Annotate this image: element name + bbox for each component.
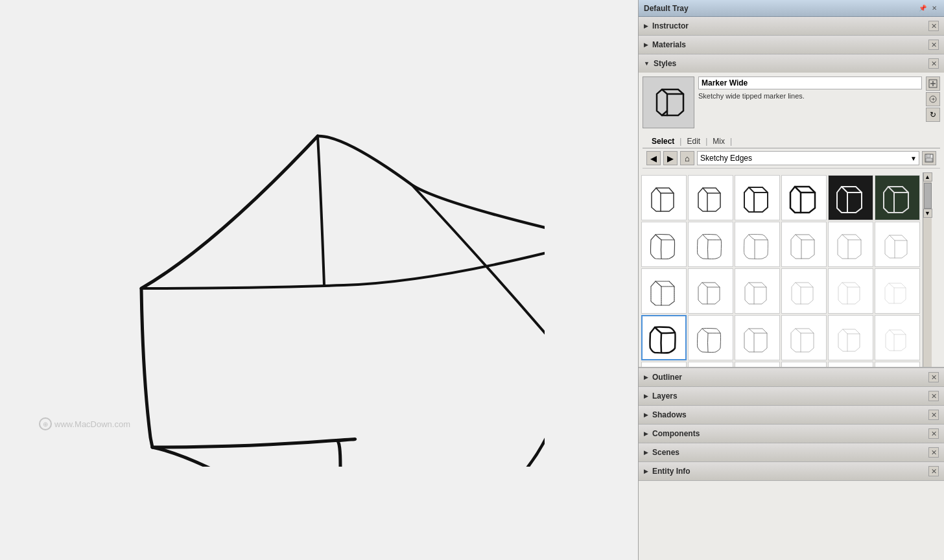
thumb-6[interactable] <box>875 175 920 220</box>
canvas-area: ⊕ www.MacDown.com <box>0 0 638 560</box>
thumb-icon-16 <box>786 274 822 309</box>
layers-title: Layers <box>652 391 678 401</box>
styles-dropdown-wrapper: Sketchy Edges Default Styles Assorted St… <box>697 151 919 165</box>
grid-scrollbar[interactable]: ▲ ▼ <box>923 172 932 367</box>
layers-close[interactable]: ✕ <box>928 391 939 401</box>
thumb-18[interactable] <box>875 268 920 314</box>
section-shadows-header[interactable]: ▶ Shadows ✕ <box>639 406 944 424</box>
materials-close[interactable]: ✕ <box>928 40 939 50</box>
styles-save-btn[interactable] <box>922 151 936 165</box>
style-refresh-btn[interactable]: ↻ <box>926 108 940 122</box>
nav-back-btn[interactable]: ◀ <box>646 151 661 165</box>
thumb-22[interactable] <box>781 315 827 360</box>
thumb-9[interactable] <box>735 222 780 267</box>
section-layers: ▶ Layers ✕ <box>639 387 944 406</box>
thumb-29[interactable] <box>828 362 873 367</box>
thumb-icon-26 <box>693 367 729 368</box>
watermark-text: www.MacDown.com <box>54 419 130 429</box>
tray-title-bar: Default Tray 📌 ✕ <box>639 0 944 17</box>
thumb-5[interactable] <box>828 175 873 220</box>
thumb-15[interactable] <box>735 268 780 314</box>
section-materials: ▶ Materials ✕ <box>639 36 944 54</box>
section-instructor-header[interactable]: ▶ Instructor ✕ <box>639 17 944 35</box>
outliner-close[interactable]: ✕ <box>928 372 939 382</box>
section-outliner-header[interactable]: ▶ Outliner ✕ <box>639 368 944 386</box>
nav-home-btn[interactable]: ⌂ <box>680 151 694 165</box>
thumb-20[interactable] <box>688 315 733 360</box>
shadows-close[interactable]: ✕ <box>928 410 939 420</box>
nav-forward-btn[interactable]: ▶ <box>663 151 678 165</box>
thumb-icon-28 <box>786 367 822 368</box>
section-styles-header[interactable]: ▼ Styles ✕ <box>639 54 944 73</box>
tray-pin-icon[interactable]: 📌 <box>918 4 927 13</box>
thumb-12[interactable] <box>875 222 920 267</box>
watermark: ⊕ www.MacDown.com <box>39 417 130 430</box>
thumb-icon-22 <box>786 320 822 356</box>
style-update-btn[interactable] <box>926 92 940 106</box>
thumb-2[interactable] <box>688 175 733 220</box>
section-shadows: ▶ Shadows ✕ <box>639 406 944 425</box>
style-new-btn[interactable] <box>926 76 940 91</box>
thumb-24[interactable] <box>875 315 920 360</box>
thumb-3[interactable] <box>735 175 780 220</box>
styles-nav-bar: ◀ ▶ ⌂ Sketchy Edges Default Styles Assor… <box>643 148 940 169</box>
thumb-21[interactable] <box>735 315 780 360</box>
thumb-icon-15 <box>740 274 775 309</box>
components-title: Components <box>652 429 700 438</box>
tray-close-icon[interactable]: ✕ <box>930 4 939 13</box>
section-scenes-header[interactable]: ▶ Scenes ✕ <box>639 443 944 461</box>
section-components-header[interactable]: ▶ Components ✕ <box>639 425 944 443</box>
thumb-8[interactable] <box>688 222 733 267</box>
outliner-triangle: ▶ <box>644 374 648 380</box>
section-layers-header[interactable]: ▶ Layers ✕ <box>639 387 944 405</box>
thumb-25[interactable] <box>641 362 687 367</box>
thumb-13[interactable] <box>641 268 687 314</box>
thumb-icon-27 <box>740 367 775 368</box>
styles-tabs: Select | Edit | Mix | <box>643 132 940 148</box>
thumb-23[interactable] <box>828 315 873 360</box>
instructor-triangle: ▶ <box>644 23 648 29</box>
shadows-title: Shadows <box>652 410 687 419</box>
thumb-icon-25 <box>646 367 682 368</box>
thumb-icon-14 <box>693 274 729 309</box>
update-style-icon <box>928 95 938 104</box>
styles-close[interactable]: ✕ <box>928 58 939 69</box>
layers-triangle: ▶ <box>644 393 648 399</box>
thumb-27[interactable] <box>735 362 780 367</box>
thumb-19[interactable] <box>641 315 687 360</box>
scenes-title: Scenes <box>652 448 679 457</box>
tab-edit[interactable]: Edit <box>681 135 705 148</box>
thumb-icon-18 <box>880 274 915 309</box>
styles-dropdown[interactable]: Sketchy Edges Default Styles Assorted St… <box>697 151 919 165</box>
thumb-4[interactable] <box>781 175 827 220</box>
thumb-26[interactable] <box>688 362 733 367</box>
scroll-thumb[interactable] <box>924 183 932 209</box>
instructor-close[interactable]: ✕ <box>928 21 939 31</box>
thumb-10[interactable] <box>781 222 827 267</box>
thumb-icon-19 <box>646 320 682 356</box>
tray-title-icons: 📌 ✕ <box>918 4 939 13</box>
tab-select[interactable]: Select <box>646 135 679 148</box>
section-entity-info-header[interactable]: ▶ Entity Info ✕ <box>639 462 944 480</box>
thumb-14[interactable] <box>688 268 733 314</box>
thumb-28[interactable] <box>781 362 827 367</box>
thumb-7[interactable] <box>641 222 687 267</box>
thumb-11[interactable] <box>828 222 873 267</box>
thumb-icon-6 <box>880 180 915 216</box>
components-triangle: ▶ <box>644 430 648 437</box>
thumb-17[interactable] <box>828 268 873 314</box>
entity-info-close[interactable]: ✕ <box>928 466 939 476</box>
thumb-16[interactable] <box>781 268 827 314</box>
scenes-close[interactable]: ✕ <box>928 447 939 458</box>
section-materials-header[interactable]: ▶ Materials ✕ <box>639 36 944 54</box>
style-action-buttons: ↻ <box>926 76 940 128</box>
thumb-1[interactable] <box>641 175 687 220</box>
components-close[interactable]: ✕ <box>928 428 939 439</box>
scroll-down-btn[interactable]: ▼ <box>923 209 932 218</box>
outliner-title: Outliner <box>652 373 682 382</box>
tab-mix[interactable]: Mix <box>707 135 730 148</box>
thumb-30[interactable] <box>875 362 920 367</box>
section-entity-info: ▶ Entity Info ✕ <box>639 462 944 481</box>
scroll-up-btn[interactable]: ▲ <box>923 172 932 181</box>
scenes-triangle: ▶ <box>644 449 648 456</box>
